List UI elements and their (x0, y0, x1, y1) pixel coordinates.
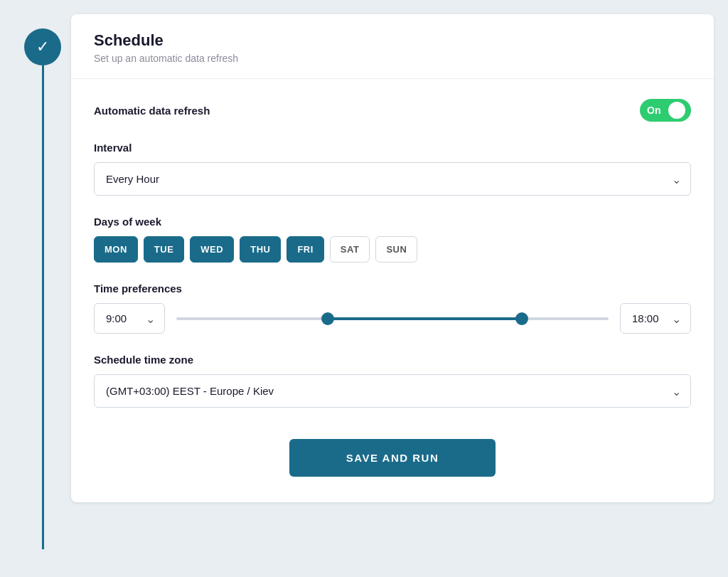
range-thumb-end[interactable] (515, 312, 528, 325)
page-wrapper: ✓ Schedule Set up an automatic data refr… (14, 14, 714, 549)
days-section: Days of week MON TUE WED THU FRI SAT SUN (94, 216, 691, 263)
day-btn-sat[interactable]: SAT (330, 236, 370, 263)
days-label: Days of week (94, 216, 691, 228)
time-end-select[interactable]: 18:00 19:00 20:00 (620, 303, 691, 334)
time-end-wrapper: 18:00 19:00 20:00 ⌄ (620, 303, 691, 334)
card-body: Automatic data refresh On Interval Every… (71, 79, 714, 502)
time-label: Time preferences (94, 282, 691, 295)
auto-refresh-toggle[interactable]: On (640, 99, 691, 122)
timezone-select[interactable]: (GMT+03:00) EEST - Europe / Kiev (GMT+00… (94, 374, 691, 408)
day-btn-thu[interactable]: THU (240, 236, 281, 263)
time-start-select[interactable]: 9:00 10:00 11:00 (94, 303, 165, 334)
day-btn-tue[interactable]: TUE (144, 236, 185, 263)
step-circle: ✓ (24, 28, 61, 65)
time-row: 9:00 10:00 11:00 ⌄ (94, 303, 691, 334)
card-title: Schedule (94, 31, 691, 50)
interval-select[interactable]: Every Hour Every 30 Minutes Every Day Ev… (94, 162, 691, 196)
time-range-slider[interactable] (176, 305, 609, 333)
time-start-wrapper: 9:00 10:00 11:00 ⌄ (94, 303, 165, 334)
interval-label: Interval (94, 142, 691, 154)
range-thumb-start[interactable] (321, 312, 334, 325)
save-btn-wrapper: SAVE AND RUN (94, 428, 691, 482)
interval-section: Interval Every Hour Every 30 Minutes Eve… (94, 142, 691, 196)
range-fill (328, 317, 523, 320)
day-btn-sun[interactable]: SUN (375, 236, 417, 263)
timezone-select-wrapper: (GMT+03:00) EEST - Europe / Kiev (GMT+00… (94, 374, 691, 408)
check-icon: ✓ (36, 38, 49, 56)
vertical-line (42, 65, 44, 549)
interval-select-wrapper: Every Hour Every 30 Minutes Every Day Ev… (94, 162, 691, 196)
auto-refresh-label: Automatic data refresh (94, 105, 210, 117)
time-section: Time preferences 9:00 10:00 11:00 ⌄ (94, 282, 691, 334)
card-header: Schedule Set up an automatic data refres… (71, 14, 714, 79)
days-row: MON TUE WED THU FRI SAT SUN (94, 236, 691, 263)
toggle-state-label: On (647, 105, 660, 116)
day-btn-fri[interactable]: FRI (287, 236, 323, 263)
timezone-section: Schedule time zone (GMT+03:00) EEST - Eu… (94, 354, 691, 408)
toggle-knob (668, 102, 685, 119)
day-btn-wed[interactable]: WED (190, 236, 234, 263)
main-card: Schedule Set up an automatic data refres… (71, 14, 714, 502)
day-btn-mon[interactable]: MON (94, 236, 138, 263)
range-track (176, 317, 609, 320)
toggle-row: Automatic data refresh On (94, 99, 691, 122)
timezone-label: Schedule time zone (94, 354, 691, 366)
save-and-run-button[interactable]: SAVE AND RUN (289, 439, 496, 477)
card-subtitle: Set up an automatic data refresh (94, 53, 691, 64)
left-sidebar: ✓ (14, 14, 71, 549)
